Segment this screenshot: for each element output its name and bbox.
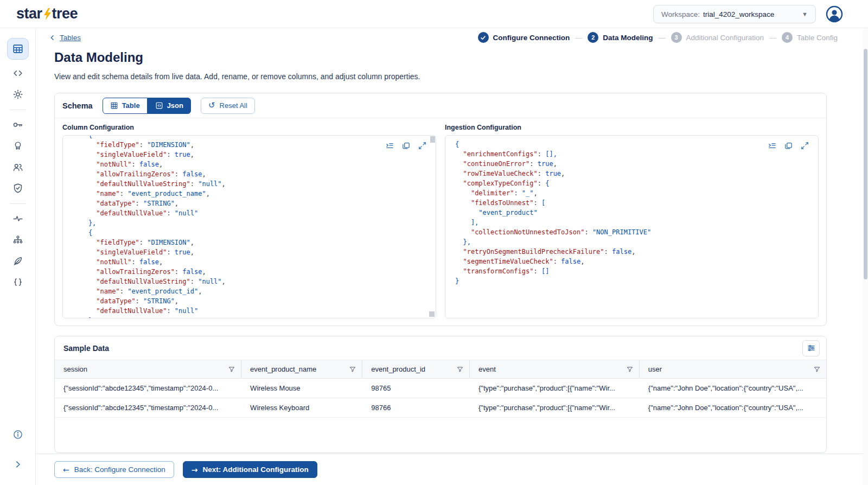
code-line: "transformConfigs": [] [455, 266, 818, 276]
app-root: star tree Workspace: trial_4202_workspac… [0, 0, 868, 485]
sidebar-item-hierarchy[interactable] [7, 229, 29, 250]
table-cell: {"name":"John Doe","location":{"country"… [640, 398, 826, 417]
expand-icon[interactable] [800, 141, 809, 150]
next-button[interactable]: → Next: Additional Configuration [183, 461, 317, 478]
column-settings-button[interactable] [802, 340, 820, 356]
step-number: 2 [588, 32, 598, 43]
column-header-event: event [470, 360, 640, 378]
column-filter-button[interactable] [349, 366, 356, 373]
code-line: "collectionNotUnnestedToJson": "NON_PRIM… [455, 227, 818, 237]
sample-data-title: Sample Data [63, 344, 109, 353]
schema-panels: Column Configuration [55, 118, 826, 326]
page-scrollbar[interactable] [863, 28, 868, 485]
page-scrollbar-thumb[interactable] [864, 49, 867, 279]
stepper-separator: — [769, 34, 776, 42]
code-line: "fieldsToUnnest": [ [455, 198, 818, 208]
table-cell: 98766 [362, 398, 470, 417]
code-line: "retryOnSegmentBuildPrecheckFailure": fa… [455, 247, 818, 257]
sidebar-item-activity[interactable] [7, 208, 29, 229]
workspace-selector[interactable]: Workspace: trial_4202_workspace ▼ [653, 5, 816, 23]
column-configuration-code[interactable]: { "fieldType": "DIMENSION", "singleValue… [63, 135, 436, 318]
code-line: "singleValueField": true, [73, 247, 436, 257]
sidebar-item-code[interactable] [7, 63, 29, 84]
breadcrumb[interactable]: Tables [49, 34, 81, 42]
schema-toggle-json-button[interactable]: Json [148, 98, 191, 114]
code-line: "notNull": false, [73, 159, 436, 169]
info-icon[interactable] [7, 424, 29, 445]
expand-icon[interactable] [418, 141, 427, 150]
reset-icon: ↺ [208, 101, 215, 110]
stepper-step-additional-configuration[interactable]: 3Additional Configuration [671, 32, 764, 43]
sidebar-divider [10, 110, 26, 110]
column-header-label: event [478, 365, 626, 373]
ingestion-configuration-panel: Ingestion Configuration [445, 124, 819, 318]
stepper-step-data-modeling[interactable]: 2Data Modeling [588, 32, 653, 43]
column-filter-button[interactable] [228, 366, 235, 373]
table-cell: 98765 [362, 379, 470, 398]
sliders-icon [807, 343, 816, 353]
schema-toggle-table-button[interactable]: Table [103, 98, 148, 114]
reset-all-label: Reset All [220, 101, 247, 110]
format-indent-icon[interactable] [385, 141, 394, 150]
sidebar-item-settings[interactable] [7, 84, 29, 105]
ingestion-configuration-code[interactable]: { "enrichmentConfigs": [], "continueOnEr… [445, 136, 818, 286]
page-subtitle: View and edit schema details from live d… [54, 72, 868, 81]
column-configuration-editor[interactable]: { "fieldType": "DIMENSION", "singleValue… [62, 135, 436, 318]
code-line: "defaultNullValue": "null" [73, 306, 436, 316]
step-number: 3 [671, 32, 682, 43]
editor-toolbar [385, 141, 427, 150]
schema-section-label: Schema [62, 101, 93, 110]
sidebar-item-users[interactable] [7, 157, 29, 177]
column-header-user: user [640, 360, 826, 378]
chevron-down-icon: ▼ [789, 11, 808, 17]
code-line: "dataType": "STRING", [73, 296, 436, 306]
table-cell: {"type":"purchase","product":[{"name":"W… [470, 398, 640, 417]
arrow-left-icon: ← [63, 465, 69, 474]
back-button[interactable]: ← Back: Configure Connection [54, 461, 174, 478]
sidebar-item-keys[interactable] [7, 114, 29, 135]
table-row[interactable]: {"sessionId":"abcde12345","timestamp":"2… [55, 398, 826, 418]
page-title: Data Modeling [54, 50, 868, 65]
code-line: "continueOnError": true, [455, 159, 818, 169]
sidebar-item-braces[interactable] [7, 272, 29, 292]
column-header-event_product_name: event_product_name [241, 360, 362, 378]
reset-all-button[interactable]: ↺ Reset All [201, 98, 255, 114]
step-label: Configure Connection [493, 34, 570, 42]
sidebar-item-security[interactable] [7, 178, 29, 199]
sidebar-item-tables[interactable] [7, 38, 29, 60]
stepper-step-table-config[interactable]: 4Table Config [782, 32, 838, 43]
workspace-label: Workspace: [661, 10, 700, 18]
table-cell: Wireless Keyboard [241, 398, 362, 417]
table-cell: {"sessionId":"abcde12345","timestamp":"2… [55, 379, 241, 398]
table-row[interactable]: {"sessionId":"abcde12345","timestamp":"2… [55, 379, 826, 398]
user-avatar[interactable] [826, 5, 843, 23]
back-button-label: Back: Configure Connection [74, 465, 165, 474]
column-header-label: user [648, 365, 813, 373]
sidebar-item-badge[interactable] [7, 136, 29, 156]
sidebar-expand-chevron[interactable] [7, 454, 29, 475]
code-line: ], [455, 218, 818, 227]
copy-icon[interactable] [401, 141, 411, 150]
page-body: Data Modeling View and edit schema detai… [36, 47, 868, 453]
chevron-left-icon [49, 34, 56, 41]
column-header-event_product_id: event_product_id [362, 360, 470, 378]
sidebar-item-feather[interactable] [7, 251, 29, 271]
step-check-icon [478, 32, 489, 43]
column-filter-button[interactable] [626, 366, 634, 373]
code-line: "event_product" [455, 208, 818, 218]
table-cell: Wireless Mouse [241, 379, 362, 398]
editor-scrollbar-thumb[interactable] [430, 136, 435, 143]
filter-funnel-icon [456, 366, 464, 373]
code-line: "name": "event_product_name", [73, 189, 436, 199]
column-filter-button[interactable] [456, 366, 464, 373]
ingestion-configuration-title: Ingestion Configuration [445, 124, 819, 131]
filter-funnel-icon [349, 366, 356, 373]
next-button-label: Next: Additional Configuration [203, 465, 309, 474]
copy-icon[interactable] [784, 141, 793, 150]
ingestion-configuration-editor[interactable]: { "enrichmentConfigs": [], "continueOnEr… [445, 135, 819, 318]
stepper-step-configure-connection[interactable]: Configure Connection [478, 32, 570, 43]
editor-resize-grip[interactable] [429, 311, 435, 317]
format-indent-icon[interactable] [768, 141, 777, 150]
arrow-right-icon: → [192, 465, 198, 474]
column-filter-button[interactable] [813, 366, 821, 373]
